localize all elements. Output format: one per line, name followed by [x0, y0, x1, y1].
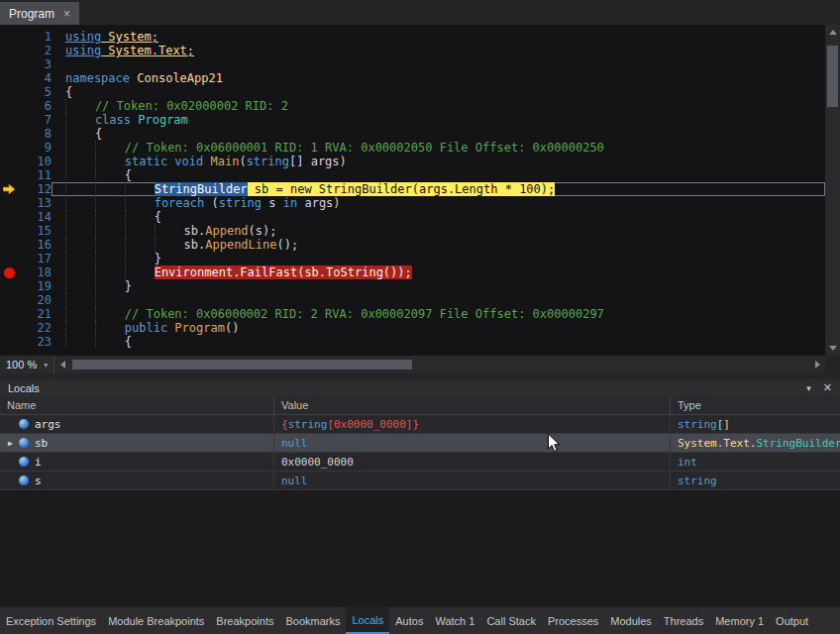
bottom-tab-processes[interactable]: Processes [542, 607, 604, 634]
gutter-margin[interactable] [0, 307, 22, 321]
code-line-text[interactable]: { [52, 85, 825, 99]
locals-rows-body[interactable]: args{string[0x0000_0000]}string[]▶sbnull… [0, 415, 840, 606]
editor-vertical-scrollbar[interactable] [825, 25, 840, 356]
bottom-tab-module-breakpoints[interactable]: Module Breakpoints [102, 607, 210, 634]
gutter-margin[interactable] [0, 196, 22, 210]
locals-name-cell[interactable]: i [0, 453, 274, 471]
hscroll-thumb[interactable] [72, 360, 412, 370]
hscroll-track[interactable] [70, 356, 809, 373]
variable-value[interactable]: null [274, 472, 671, 489]
gutter-margin[interactable] [0, 57, 22, 71]
code-line-14[interactable]: 14{ [0, 210, 825, 224]
expander-icon[interactable]: ▶ [4, 439, 17, 448]
gutter-margin[interactable] [0, 279, 22, 293]
code-line-text[interactable]: } [52, 252, 825, 265]
bottom-tab-autos[interactable]: Autos [389, 607, 429, 634]
code-line-8[interactable]: 8{ [0, 127, 825, 141]
code-line-text[interactable]: // Token: 0x02000002 RID: 2 [52, 99, 825, 113]
bottom-tab-watch-1[interactable]: Watch 1 [429, 607, 480, 634]
gutter-margin[interactable] [0, 99, 22, 113]
vscroll-track[interactable] [825, 40, 840, 341]
gutter-margin[interactable] [0, 335, 22, 349]
code-line-20[interactable]: 20 [0, 293, 825, 307]
bottom-tab-modules[interactable]: Modules [604, 607, 658, 634]
bottom-tab-call-stack[interactable]: Call Stack [480, 607, 542, 634]
locals-name-cell[interactable]: ▶sb [0, 434, 274, 452]
code-line-1[interactable]: 1using System; [0, 30, 825, 44]
code-line-text[interactable]: static void Main(string[] args) [52, 155, 825, 168]
gutter-margin[interactable] [0, 210, 22, 224]
code-line-13[interactable]: 13foreach (string s in args) [0, 196, 825, 210]
bottom-tab-exception-settings[interactable]: Exception Settings [0, 607, 102, 634]
code-area[interactable]: 1using System;2using System.Text;34names… [0, 25, 825, 356]
vscroll-thumb[interactable] [827, 46, 838, 107]
gutter-margin[interactable] [0, 238, 22, 252]
locals-name-cell[interactable]: s [0, 472, 274, 489]
code-line-15[interactable]: 15sb.Append(s); [0, 224, 825, 238]
gutter-margin[interactable] [0, 113, 22, 127]
variable-value[interactable]: null [274, 434, 671, 452]
code-line-text[interactable] [52, 293, 825, 307]
code-line-19[interactable]: 19} [0, 279, 825, 293]
gutter-margin[interactable] [0, 293, 22, 307]
code-line-text[interactable]: { [52, 127, 825, 141]
code-line-text[interactable]: { [52, 335, 825, 349]
code-line-3[interactable]: 3 [0, 57, 825, 71]
gutter-margin[interactable] [0, 168, 22, 182]
code-line-text[interactable]: // Token: 0x06000002 RID: 2 RVA: 0x00002… [52, 307, 825, 321]
code-line-12[interactable]: 12StringBuilder sb = new StringBuilder(a… [0, 182, 825, 196]
code-line-17[interactable]: 17} [0, 252, 825, 265]
gutter-margin[interactable] [0, 44, 22, 57]
zoom-dropdown-caret-icon[interactable]: ▾ [44, 361, 48, 370]
gutter-margin[interactable] [0, 224, 22, 238]
code-line-16[interactable]: 16sb.AppendLine(); [0, 238, 825, 252]
hscroll-right-arrow-icon[interactable] [809, 356, 825, 373]
code-line-text[interactable] [52, 57, 825, 71]
code-line-text[interactable]: namespace ConsoleApp21 [52, 71, 825, 85]
gutter-margin[interactable] [0, 141, 22, 155]
zoom-select[interactable]: 100 % ▾ [0, 356, 54, 373]
code-line-9[interactable]: 9// Token: 0x06000001 RID: 1 RVA: 0x0000… [0, 141, 825, 155]
code-line-21[interactable]: 21// Token: 0x06000002 RID: 2 RVA: 0x000… [0, 307, 825, 321]
gutter-margin[interactable] [0, 252, 22, 265]
gutter-margin[interactable] [0, 71, 22, 85]
code-line-5[interactable]: 5{ [0, 85, 825, 99]
bottom-tab-bookmarks[interactable]: Bookmarks [279, 607, 346, 634]
panel-close-icon[interactable]: ✕ [823, 381, 832, 394]
bottom-tab-locals[interactable]: Locals [346, 607, 389, 634]
code-line-2[interactable]: 2using System.Text; [0, 44, 825, 57]
bottom-tab-output[interactable]: Output [770, 607, 814, 634]
code-line-text[interactable]: class Program [52, 113, 825, 127]
code-line-text[interactable]: foreach (string s in args) [52, 196, 825, 210]
column-header-type[interactable]: Type [671, 396, 840, 414]
code-line-text[interactable]: // Token: 0x06000001 RID: 1 RVA: 0x00002… [52, 141, 825, 155]
code-line-text[interactable]: } [52, 279, 825, 293]
code-line-text[interactable]: sb.AppendLine(); [52, 238, 825, 252]
gutter-margin[interactable] [0, 321, 22, 335]
code-line-text[interactable]: { [52, 210, 825, 224]
current-statement-arrow-icon[interactable] [0, 182, 22, 196]
code-line-22[interactable]: 22public Program() [0, 321, 825, 335]
locals-row-sb[interactable]: ▶sbnullSystem.Text.StringBuilder [0, 434, 840, 453]
code-line-18[interactable]: 18Environment.FailFast(sb.ToString()); [0, 265, 825, 279]
code-line-text[interactable]: StringBuilder sb = new StringBuilder(arg… [52, 182, 825, 196]
locals-row-s[interactable]: snullstring [0, 472, 840, 490]
document-tab-program[interactable]: Program × [0, 2, 79, 25]
column-header-name[interactable]: Name [0, 396, 274, 414]
code-line-10[interactable]: 10static void Main(string[] args) [0, 155, 825, 168]
vscroll-down-arrow-icon[interactable] [825, 341, 840, 356]
bottom-tab-breakpoints[interactable]: Breakpoints [210, 607, 279, 634]
code-line-6[interactable]: 6// Token: 0x02000002 RID: 2 [0, 99, 825, 113]
code-line-text[interactable]: using System; [52, 30, 825, 44]
panel-menu-caret-icon[interactable]: ▾ [806, 383, 811, 393]
bottom-tab-threads[interactable]: Threads [658, 607, 709, 634]
breakpoint-icon[interactable] [0, 265, 22, 279]
variable-value[interactable]: 0x0000_0000 [274, 453, 671, 471]
hscroll-left-arrow-icon[interactable] [54, 356, 70, 373]
locals-row-i[interactable]: i0x0000_0000int [0, 453, 840, 472]
code-line-text[interactable]: public Program() [52, 321, 825, 335]
code-line-text[interactable]: Environment.FailFast(sb.ToString()); [52, 265, 825, 279]
code-line-text[interactable]: { [52, 168, 825, 182]
gutter-margin[interactable] [0, 127, 22, 141]
gutter-margin[interactable] [0, 30, 22, 44]
